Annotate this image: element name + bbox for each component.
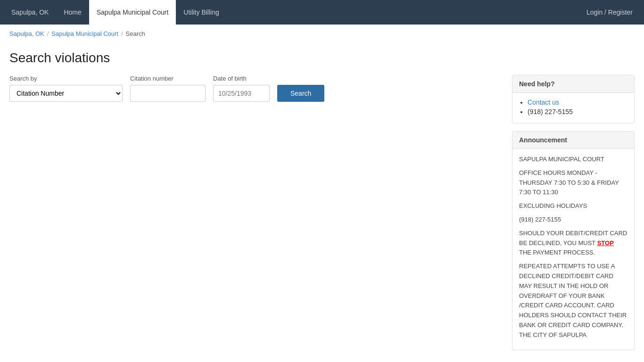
breadcrumb-sep-1: / <box>47 30 49 37</box>
dob-input[interactable] <box>213 85 270 102</box>
breadcrumb: Sapulpa, OK / Sapulpa Municipal Court / … <box>0 25 644 43</box>
navbar-right: Login / Register <box>579 0 640 25</box>
sidebar: Need help? Contact us (918) 227-5155 Ann… <box>512 75 635 358</box>
help-contact-item: Contact us <box>528 99 627 106</box>
search-by-select[interactable]: Citation Number Name License Plate <box>9 85 123 102</box>
citation-number-input[interactable] <box>130 85 206 102</box>
ann-line4: (918) 227-5155 <box>519 215 627 225</box>
main-area: Search by Citation Number Name License P… <box>9 75 501 358</box>
breadcrumb-municipal-court[interactable]: Sapulpa Municipal Court <box>51 30 118 37</box>
dob-label: Date of birth <box>213 75 270 82</box>
announcement-body: SAPULPA MUNICIPAL COURT OFFICE HOURS MON… <box>512 149 634 350</box>
search-form: Search by Citation Number Name License P… <box>9 75 501 102</box>
search-by-label: Search by <box>9 75 123 82</box>
contact-us-link[interactable]: Contact us <box>528 99 559 106</box>
citation-number-label: Citation number <box>130 75 206 82</box>
ann-line3: EXCLUDING HOLIDAYS <box>519 201 627 211</box>
ann-line5: SHOULD YOUR DEBIT/CREDIT CARD BE DECLINE… <box>519 229 627 258</box>
nav-home[interactable]: Home <box>56 0 89 25</box>
page-content: Search by Citation Number Name License P… <box>0 75 644 362</box>
help-phone: (918) 227-5155 <box>528 108 573 115</box>
breadcrumb-current: Search <box>126 30 145 37</box>
nav-brand[interactable]: Sapulpa, OK <box>4 0 56 25</box>
search-by-group: Search by Citation Number Name License P… <box>9 75 123 102</box>
dob-group: Date of birth <box>213 75 270 102</box>
ann-line2: OFFICE HOURS MONDAY - THURSDAY 7:30 TO 5… <box>519 168 627 197</box>
navbar: Sapulpa, OK Home Sapulpa Municipal Court… <box>0 0 644 25</box>
announcement-panel: Announcement SAPULPA MUNICIPAL COURT OFF… <box>512 131 635 350</box>
page-title: Search violations <box>0 43 644 75</box>
nav-login[interactable]: Login / Register <box>579 8 640 16</box>
help-phone-item: (918) 227-5155 <box>528 108 627 115</box>
nav-utility-billing[interactable]: Utility Billing <box>176 0 226 25</box>
ann-stop-text: STOP <box>597 239 614 247</box>
ann-line5-end: THE PAYMENT PROCESS. <box>519 249 595 256</box>
help-panel-body: Contact us (918) 227-5155 <box>512 93 634 123</box>
help-panel-header: Need help? <box>512 75 634 93</box>
ann-line1: SAPULPA MUNICIPAL COURT <box>519 155 627 165</box>
nav-municipal-court[interactable]: Sapulpa Municipal Court <box>89 0 176 25</box>
breadcrumb-sapulpa[interactable]: Sapulpa, OK <box>9 30 44 37</box>
announcement-panel-header: Announcement <box>512 132 634 149</box>
search-button[interactable]: Search <box>277 85 324 102</box>
help-panel: Need help? Contact us (918) 227-5155 <box>512 75 635 123</box>
ann-line6: REPEATED ATTEMPTS TO USE A DECLINED CRED… <box>519 262 627 340</box>
breadcrumb-sep-2: / <box>121 30 123 37</box>
citation-number-group: Citation number <box>130 75 206 102</box>
